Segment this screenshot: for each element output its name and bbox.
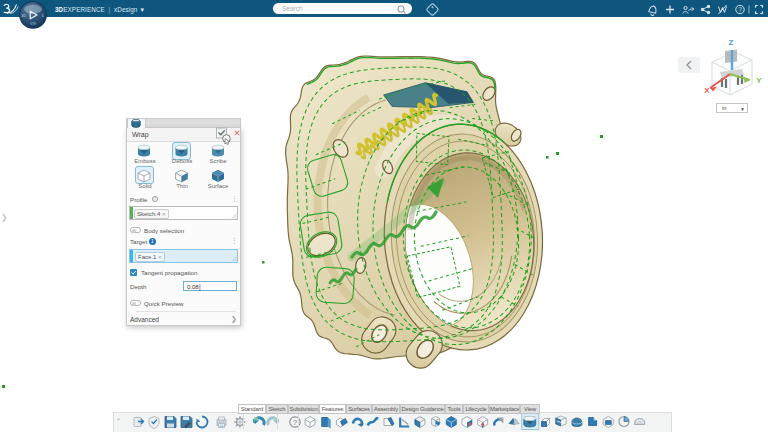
- svg-text:?: ?: [293, 418, 298, 427]
- svg-text:X: X: [704, 86, 710, 95]
- svg-text:Z: Z: [729, 38, 734, 47]
- svg-text:Y: Y: [756, 76, 762, 85]
- svg-text:✕: ✕: [233, 128, 240, 138]
